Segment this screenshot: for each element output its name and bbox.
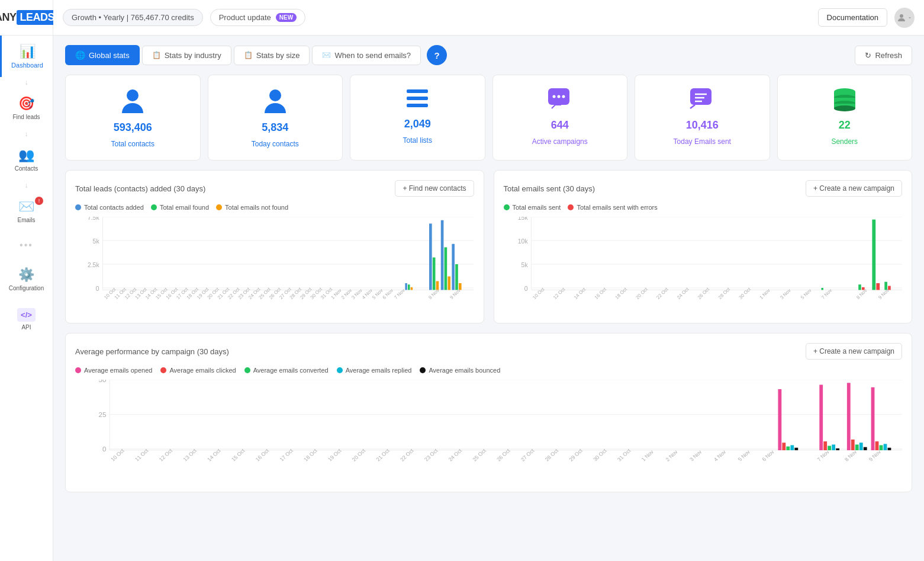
svg-rect-89	[888, 286, 891, 290]
svg-point-0	[900, 14, 903, 18]
svg-text:14 Oct: 14 Oct	[572, 286, 587, 300]
svg-rect-128	[855, 444, 859, 450]
stat-label: Senders	[831, 137, 858, 146]
legend-avg-converted: Average emails converted	[244, 367, 329, 374]
svg-text:4 Nov: 4 Nov	[713, 449, 727, 463]
sidebar-item-more[interactable]: •••	[0, 232, 53, 259]
tab-label: Stats by size	[256, 51, 300, 60]
tab-label: Stats by industry	[165, 51, 221, 60]
svg-text:15k: 15k	[517, 217, 528, 221]
main-area: Growth • Yearly | 765,467.70 credits Pro…	[53, 0, 924, 561]
svg-rect-126	[847, 383, 851, 450]
stat-label: Today contacts	[252, 140, 299, 148]
logo-leads: LEADS	[17, 10, 59, 25]
product-update-label: Product update	[219, 13, 271, 22]
svg-rect-39	[459, 283, 462, 290]
contacts-icon: 👥	[18, 148, 34, 163]
svg-rect-90	[821, 288, 823, 290]
svg-rect-36	[447, 277, 450, 290]
stat-label: Today Emails sent	[674, 137, 731, 146]
user-avatar[interactable]	[894, 8, 915, 28]
legend-avg-clicked: Average emails clicked	[160, 367, 236, 374]
svg-rect-135	[888, 448, 891, 450]
arrow-down-2: ↓	[25, 129, 28, 139]
svg-text:10k: 10k	[517, 238, 528, 245]
svg-rect-86	[858, 284, 861, 290]
content-area: 🌐 Global stats 📋 Stats by industry 📋 Sta…	[53, 36, 924, 561]
sidebar-item-dashboard[interactable]: 📊 Dashboard	[0, 36, 53, 77]
svg-text:27 Oct: 27 Oct	[520, 448, 536, 463]
svg-rect-132	[875, 441, 879, 450]
legend-email-found: Total email found	[151, 204, 209, 211]
svg-text:0: 0	[96, 286, 99, 292]
svg-rect-130	[864, 447, 867, 450]
tab-global-stats[interactable]: 🌐 Global stats	[65, 45, 140, 65]
sidebar-item-label: API	[21, 324, 31, 331]
find-new-contacts-button[interactable]: + Find new contacts	[395, 180, 474, 197]
stat-card-today-contacts: 5,834 Today contacts	[208, 75, 343, 161]
svg-text:50: 50	[98, 380, 106, 383]
svg-rect-118	[786, 447, 790, 450]
legend-label: Average emails clicked	[169, 367, 236, 374]
stat-number: 10,416	[686, 119, 719, 132]
svg-rect-134	[884, 444, 887, 450]
tab-label: Global stats	[89, 51, 130, 60]
svg-point-1	[127, 89, 139, 101]
svg-text:7 Nov: 7 Nov	[816, 449, 830, 463]
legend-avg-bounced: Average emails bounced	[420, 367, 500, 374]
legend-dot	[160, 367, 166, 373]
svg-text:23 Oct: 23 Oct	[423, 448, 439, 463]
svg-text:5k: 5k	[521, 262, 528, 268]
legend-label: Average emails bounced	[429, 367, 500, 374]
chart-title-emails: Total emails sent (30 days)	[504, 184, 595, 193]
legend-emails-errors: Total emails sent with errors	[568, 204, 657, 211]
tab-stats-by-industry[interactable]: 📋 Stats by industry	[142, 46, 231, 65]
documentation-button[interactable]: Documentation	[818, 8, 887, 27]
sidebar-item-config[interactable]: ⚙️ Configuration	[0, 259, 53, 300]
sidebar-item-contacts[interactable]: 👥 Contacts	[0, 139, 53, 180]
stat-number: 644	[551, 119, 569, 132]
svg-text:9 Nov: 9 Nov	[868, 449, 883, 463]
tab-when-to-send[interactable]: ✉️ When to send emails?	[312, 46, 421, 65]
svg-rect-10	[690, 88, 711, 105]
sidebar-item-emails[interactable]: ✉️ ! Emails	[0, 191, 53, 232]
sidebar-item-api[interactable]: </> API	[0, 300, 53, 339]
svg-point-9	[562, 95, 565, 98]
svg-rect-127	[851, 440, 855, 450]
svg-text:29 Oct: 29 Oct	[568, 448, 584, 463]
svg-text:25 Oct: 25 Oct	[471, 448, 487, 463]
refresh-button[interactable]: ↻ Refresh	[855, 46, 912, 65]
svg-rect-35	[445, 247, 447, 290]
stat-number: 5,834	[262, 121, 288, 134]
create-campaign-button-1[interactable]: + Create a new campaign	[806, 180, 902, 197]
sidebar-item-label: Find leads	[12, 114, 40, 120]
top-header: Growth • Yearly | 765,467.70 credits Pro…	[53, 0, 924, 36]
legend-label: Average emails opened	[84, 367, 152, 374]
dashboard-icon: 📊	[20, 44, 36, 59]
help-button[interactable]: ?	[427, 45, 447, 65]
svg-text:5k: 5k	[93, 238, 100, 245]
legend-dot	[504, 204, 510, 210]
stat-label: Active campaigns	[532, 137, 588, 146]
logo-any: ANY	[0, 11, 17, 24]
sidebar-item-findleads[interactable]: 🎯 Find leads	[0, 88, 53, 129]
svg-text:18 Oct: 18 Oct	[302, 448, 318, 463]
svg-rect-117	[782, 443, 785, 450]
svg-point-7	[552, 95, 555, 98]
global-stats-icon: 🌐	[75, 50, 85, 60]
svg-rect-42	[411, 287, 413, 290]
legend-emails-sent: Total emails sent	[504, 204, 561, 211]
chart-panel-emails: Total emails sent (30 days) + Create a n…	[494, 170, 913, 323]
svg-text:14 Oct: 14 Oct	[206, 448, 222, 463]
svg-text:26 Oct: 26 Oct	[696, 286, 710, 300]
svg-text:25: 25	[98, 411, 106, 418]
svg-rect-41	[408, 284, 410, 290]
legend-label: Average emails converted	[253, 367, 329, 374]
svg-rect-123	[828, 446, 831, 450]
sidebar: ANYLEADS 📊 Dashboard ↓ 🎯 Find leads ↓ 👥 …	[0, 0, 53, 561]
new-badge: NEW	[276, 13, 297, 22]
svg-text:2.5k: 2.5k	[88, 262, 100, 268]
create-campaign-button-2[interactable]: + Create a new campaign	[806, 343, 902, 360]
tab-stats-by-size[interactable]: 📋 Stats by size	[234, 46, 310, 65]
legend-avg-opened: Average emails opened	[75, 367, 152, 374]
